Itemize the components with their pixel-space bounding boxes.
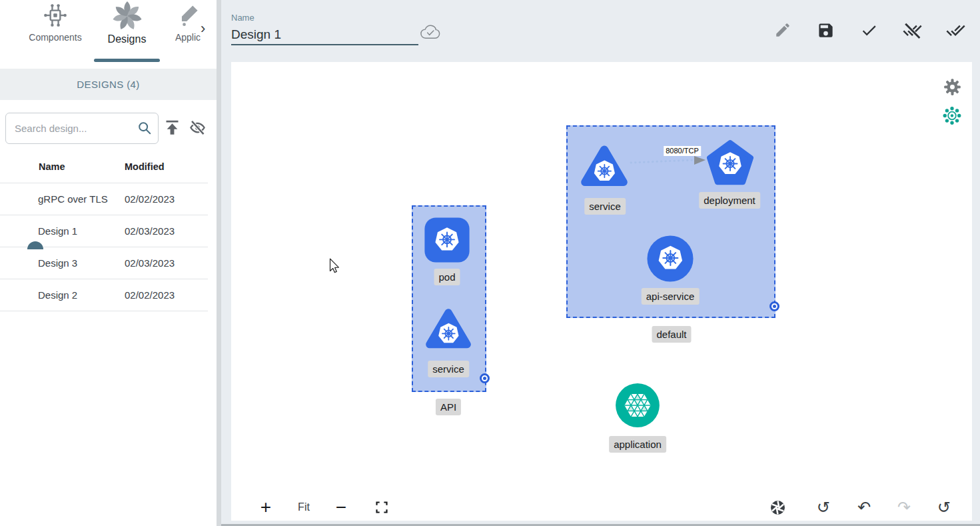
cloud-synced-icon [419,23,442,44]
design-name: Design 1 [38,225,77,237]
tabbar-next-chevron-icon[interactable]: › [201,20,205,37]
sidebar-scrollbar[interactable] [217,0,221,526]
node-deployment[interactable] [706,137,754,191]
node-label-deployment: deployment [699,192,760,209]
components-icon [41,0,70,31]
group-default-resize-handle[interactable] [769,301,779,311]
node-service[interactable] [580,143,629,195]
toggle-visibility-button[interactable] [188,119,207,139]
node-label-service: service [428,361,469,377]
kubernetes-deployment-icon [706,137,754,189]
design-canvas[interactable]: pod service API service 8080/TCP [231,62,972,521]
canvas-settings-button[interactable] [943,77,961,96]
tab-designs-label: Designs [94,33,160,45]
sidebar-tabbar: Components Designs [0,0,217,64]
design-name: Design 3 [38,257,77,269]
design-modified: 02/02/2023 [125,289,175,301]
edge-service-deployment[interactable] [630,154,708,169]
design-modified: 02/03/2023 [125,257,175,269]
mouse-cursor-icon [326,257,341,276]
screenshot-button[interactable] [766,497,789,517]
undo-button[interactable]: ↶ [853,497,875,517]
design-table-header: Name Modified [0,159,208,179]
tab-components[interactable]: Components [19,0,92,64]
deploy-button[interactable] [943,18,967,42]
reset-icon: ↺ [937,499,951,515]
upload-design-button[interactable] [163,119,181,139]
design-row-design-2[interactable]: Design 2 02/02/2023 [0,279,208,311]
zoom-out-button[interactable]: − [330,497,352,517]
kubernetes-pod-icon [424,217,470,263]
group-label-default: default [652,326,691,343]
pencil-icon [774,21,791,39]
rotate-left-icon: ↺ [817,499,830,515]
design-name: Design 2 [38,289,77,301]
minus-icon: − [336,498,346,517]
rotate-left-button[interactable]: ↺ [812,497,835,517]
node-api-service-circle[interactable] [646,235,694,285]
node-api-service[interactable] [424,305,472,357]
node-pod[interactable] [424,217,470,266]
tab-components-label: Components [19,32,92,43]
designs-icon [111,0,143,32]
save-icon [817,21,835,39]
undo-icon: ↶ [857,499,871,515]
double-check-slash-icon [903,21,922,40]
node-label-pod: pod [434,269,460,285]
applications-icon [175,0,201,31]
validate-button[interactable] [857,18,881,42]
design-name-label: Name [231,13,254,23]
save-button[interactable] [813,18,837,42]
kubernetes-service-icon [424,305,472,355]
zoom-in-button[interactable]: + [254,497,277,517]
design-name-input[interactable] [231,25,418,45]
sidebar: Components Designs [0,0,217,526]
fullscreen-button[interactable] [370,497,393,517]
fit-label: Fit [298,501,310,513]
kubernetes-api-service-icon [646,235,694,283]
plus-icon: + [260,498,271,517]
fullscreen-icon [375,501,388,514]
edge-label-port: 8080/TCP [664,146,701,156]
design-modified: 02/02/2023 [125,193,175,205]
search-input[interactable] [5,113,159,144]
column-name: Name [39,161,65,172]
check-icon [860,21,878,39]
edit-button[interactable] [771,18,795,42]
undeploy-button[interactable] [900,18,924,42]
design-row-grpc-over-tls[interactable]: gRPC over TLS 02/02/2023 [0,183,208,215]
design-row-design-3[interactable]: Design 3 02/03/2023 [0,247,208,279]
column-modified: Modified [125,161,165,172]
gear-icon [943,78,961,96]
upload-icon [163,119,181,137]
search-icon [137,121,152,135]
node-label-service: service [584,198,626,215]
node-label-api-service: api-service [642,288,700,305]
double-check-icon [946,21,965,40]
redo-button[interactable]: ↷ [893,497,915,517]
tab-designs[interactable]: Designs [94,0,160,64]
meshery-application-icon [614,382,661,429]
node-application[interactable] [614,382,661,431]
design-name: gRPC over TLS [38,193,108,205]
reset-view-button[interactable]: ↺ [933,497,955,517]
kubernetes-cluster-button[interactable] [943,106,961,125]
shutter-icon [769,499,786,516]
group-api-resize-handle[interactable] [480,373,490,383]
node-label-application: application [609,436,666,453]
kubernetes-cluster-icon [943,106,961,125]
fit-view-button[interactable]: Fit [292,497,315,517]
meshery-design-app: Components Designs [0,0,980,526]
kubernetes-service-icon [580,143,629,192]
eye-off-icon [188,119,207,137]
designs-panel-header: DESIGNS (4) [0,69,217,100]
redo-icon: ↷ [897,499,911,515]
group-label-api: API [436,399,461,415]
search-box [5,113,159,144]
active-tab-indicator [94,59,160,62]
design-modified: 02/03/2023 [125,225,175,237]
